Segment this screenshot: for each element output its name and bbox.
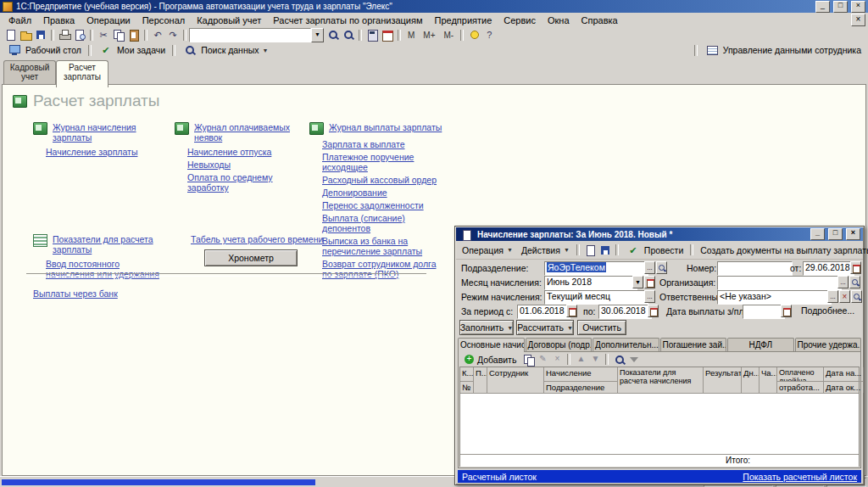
link-cash-order[interactable]: Расходный кассовый ордер bbox=[322, 175, 447, 185]
grid-column-result[interactable]: Результат bbox=[704, 367, 742, 393]
grid-body[interactable] bbox=[460, 394, 859, 454]
menu-windows[interactable]: Окна bbox=[542, 14, 576, 27]
department-search-icon[interactable] bbox=[656, 261, 667, 274]
responsible-search-icon[interactable] bbox=[851, 290, 862, 303]
save-icon[interactable] bbox=[33, 28, 48, 42]
copy-row-icon[interactable] bbox=[521, 353, 535, 366]
dialog-maximize-button[interactable]: □ bbox=[828, 228, 843, 240]
find-next-icon[interactable] bbox=[341, 28, 356, 42]
menu-service[interactable]: Сервис bbox=[498, 14, 542, 27]
grid-search-icon[interactable] bbox=[612, 353, 626, 366]
department-field[interactable]: ЯоЭрТелеком bbox=[544, 261, 648, 276]
payout-date-field[interactable] bbox=[743, 305, 785, 319]
move-down-icon[interactable]: ▼ bbox=[588, 353, 602, 366]
tab-loan-repayment[interactable]: Погашение зай... bbox=[660, 338, 727, 352]
print-icon[interactable] bbox=[57, 28, 72, 42]
organization-search-icon[interactable] bbox=[849, 276, 860, 288]
link-indicators[interactable]: Показатели для расчета зарплаты bbox=[53, 234, 160, 255]
number-field[interactable] bbox=[717, 261, 793, 276]
minimize-button[interactable]: _ bbox=[815, 1, 830, 13]
grid-column-hours[interactable]: Ча... bbox=[760, 367, 777, 393]
dialog-titlebar[interactable]: Начисление зарплаты: За Июнь 2018. Новый… bbox=[456, 227, 863, 241]
link-vacation-accrual[interactable]: Начисление отпуска bbox=[187, 147, 303, 157]
copy-icon[interactable] bbox=[111, 28, 126, 42]
actions-menu-button[interactable]: Действия ▼ bbox=[517, 244, 574, 256]
link-salary-accrual[interactable]: Начисление зарплаты bbox=[46, 147, 169, 157]
organization-ellipsis-button[interactable]: ... bbox=[837, 276, 849, 288]
month-chevron-down-icon[interactable]: ▼ bbox=[632, 276, 643, 288]
new-document-icon[interactable] bbox=[3, 28, 18, 42]
close-button[interactable]: × bbox=[851, 1, 865, 13]
grid-column-p[interactable]: П... bbox=[474, 367, 487, 393]
month-field[interactable]: Июнь 2018 bbox=[544, 276, 637, 290]
grid-column-accrual[interactable]: Начисление Подразделение bbox=[544, 367, 618, 393]
tab-main-accruals[interactable]: Основные начис... bbox=[458, 338, 525, 352]
link-bank-payments[interactable]: Выплаты через банк bbox=[33, 288, 118, 299]
responsible-field[interactable]: <Не указан> bbox=[717, 290, 832, 305]
tab-contracts[interactable]: Договоры (подр... bbox=[526, 338, 593, 352]
my-tasks-button[interactable]: ✔ Мои задачи bbox=[94, 42, 170, 58]
tab-additional[interactable]: Дополнительн... bbox=[593, 338, 659, 352]
period-from-calendar-icon[interactable] bbox=[566, 305, 577, 317]
clear-button[interactable]: Очистить bbox=[577, 320, 626, 335]
grid-column-employee[interactable]: Сотрудник bbox=[487, 367, 544, 393]
grid-column-date[interactable]: Дата на... Дата ок... bbox=[824, 367, 864, 393]
menu-edit[interactable]: Правка bbox=[37, 14, 81, 27]
fill-button[interactable]: Заполнить ▼ bbox=[459, 320, 514, 335]
maximize-button[interactable]: □ bbox=[833, 1, 848, 13]
period-to-field[interactable]: 30.06.2018 bbox=[598, 305, 652, 319]
link-accrual-journal[interactable]: Журнал начисления зарплаты bbox=[53, 122, 169, 143]
tab-other-deductions[interactable]: Прочие удержа... bbox=[795, 338, 862, 352]
data-search-button[interactable]: Поиск данных ▼ bbox=[178, 42, 272, 58]
link-debt-transfer[interactable]: Перенос задолженности bbox=[322, 200, 447, 210]
combobox-chevron-down-icon[interactable]: ▼ bbox=[311, 28, 324, 42]
post-document-button[interactable]: ✔ Провести bbox=[621, 243, 687, 258]
responsible-clear-icon[interactable]: × bbox=[839, 290, 850, 303]
dialog-minimize-button[interactable]: _ bbox=[810, 228, 825, 240]
add-row-button[interactable]: + Добавить bbox=[460, 354, 520, 366]
child-close-icon[interactable]: × bbox=[851, 14, 865, 26]
responsible-ellipsis-button[interactable]: ... bbox=[827, 290, 838, 303]
calculate-button[interactable]: Рассчитать ▼ bbox=[516, 320, 574, 335]
save-document-icon[interactable] bbox=[598, 244, 613, 257]
link-payment-order[interactable]: Платежное поручение исходящее bbox=[322, 152, 447, 172]
memory-plus-button[interactable]: М+ bbox=[419, 29, 439, 42]
document-date-calendar-icon[interactable] bbox=[850, 261, 861, 274]
operation-menu-button[interactable]: Операция ▼ bbox=[458, 244, 517, 256]
calendar-icon[interactable] bbox=[380, 28, 395, 42]
cut-icon[interactable]: ✂ bbox=[96, 28, 111, 42]
link-deponent-payout[interactable]: Выплата (списание) депонентов bbox=[322, 213, 447, 233]
menu-payroll[interactable]: Расчет зарплаты по организациям bbox=[267, 14, 428, 27]
find-icon[interactable] bbox=[326, 28, 341, 42]
grid-column-paid[interactable]: Оплачено дней/ча... отработа... bbox=[777, 367, 824, 393]
menu-enterprise[interactable]: Предприятие bbox=[429, 14, 498, 27]
period-from-field[interactable]: 01.06.2018 bbox=[517, 305, 570, 319]
mode-field[interactable]: Текущий месяц bbox=[544, 290, 648, 305]
period-to-calendar-icon[interactable] bbox=[648, 305, 659, 317]
quick-select-input[interactable] bbox=[189, 28, 311, 42]
redo-icon[interactable]: ↷ bbox=[165, 28, 181, 42]
menu-operations[interactable]: Операции bbox=[81, 14, 136, 27]
tab-hr-accounting[interactable]: Кадровый учет bbox=[3, 60, 56, 86]
payout-date-calendar-icon[interactable] bbox=[781, 305, 792, 317]
edit-row-icon[interactable]: ✎ bbox=[536, 353, 549, 366]
link-absence-journal[interactable]: Журнал оплачиваемых неявок bbox=[194, 122, 303, 143]
undo-icon[interactable]: ↶ bbox=[150, 28, 165, 42]
tab-payroll[interactable]: Расчет зарплаты bbox=[56, 60, 108, 87]
organization-field[interactable] bbox=[717, 276, 842, 290]
open-icon[interactable] bbox=[18, 28, 33, 42]
create-payout-docs-button[interactable]: Создать документы на выплату зарплаты bbox=[696, 244, 868, 256]
grid-column-k[interactable]: К... № bbox=[460, 367, 474, 393]
link-average-earnings[interactable]: Оплата по среднему заработку bbox=[187, 172, 303, 193]
department-ellipsis-button[interactable]: ... bbox=[644, 261, 655, 274]
show-payslip-link[interactable]: Показать расчетный листок bbox=[743, 472, 857, 482]
desktop-button[interactable]: Рабочий стол bbox=[3, 42, 86, 58]
month-calendar-icon[interactable] bbox=[644, 276, 655, 288]
help-icon[interactable]: ? bbox=[481, 28, 497, 42]
filter-icon[interactable] bbox=[626, 353, 640, 366]
memory-button[interactable]: М bbox=[403, 29, 419, 42]
move-up-icon[interactable]: ▲ bbox=[574, 353, 587, 366]
dialog-close-button[interactable]: × bbox=[846, 228, 860, 240]
paste-icon[interactable] bbox=[126, 28, 142, 42]
tab-ndfl[interactable]: НДФЛ bbox=[727, 338, 794, 352]
